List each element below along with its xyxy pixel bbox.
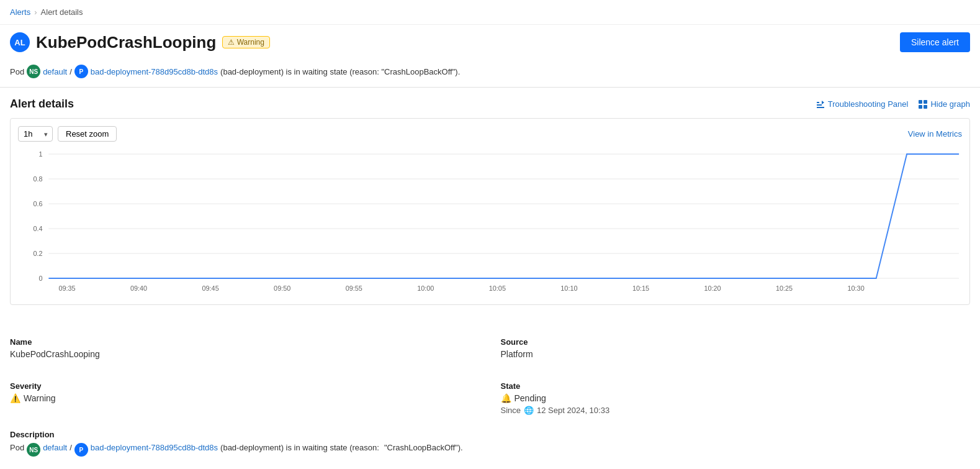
pod-name-link[interactable]: bad-deployment-788d95cd8b-dtd8s [91,67,218,76]
hide-graph-button[interactable]: Hide graph [918,99,970,109]
pod-badge: P [74,65,88,78]
hide-graph-label: Hide graph [930,99,970,109]
svg-text:09:55: 09:55 [346,285,362,292]
description-content: Pod NS default / P bad-deployment-788d95… [10,443,970,457]
since-row: Since 🌐 12 Sept 2024, 10:33 [501,406,971,415]
breadcrumb-current: Alert details [41,7,83,17]
namespace-badge: NS [27,65,40,78]
graph-container: 1h 3h 6h 12h 24h Reset zoom View in Metr… [10,118,970,305]
name-cell: Name KubePodCrashLooping [0,330,490,367]
state-text: Pending [515,393,546,403]
desc-sep: / [70,443,72,452]
alert-details-section: Alert details Troubleshooting Panel Hide… [0,88,980,315]
page-header: AL KubePodCrashLooping ⚠ Warning Silence… [0,25,980,60]
pod-suffix: (bad-deployment) is in waiting state (re… [220,67,460,76]
svg-text:10:10: 10:10 [560,285,577,292]
svg-text:10:15: 10:15 [632,285,649,292]
svg-text:0: 0 [38,275,42,282]
desc-p-badge-text: P [79,447,83,453]
troubleshooting-panel-button[interactable]: Troubleshooting Panel [816,99,909,109]
breadcrumb: Alerts › Alert details [0,0,980,25]
name-value: KubePodCrashLooping [10,349,480,359]
svg-text:09:45: 09:45 [202,285,219,292]
breadcrumb-alerts-link[interactable]: Alerts [10,7,30,17]
alert-avatar: AL [10,32,30,52]
svg-text:0.4: 0.4 [33,225,42,232]
alert-details-header: Alert details Troubleshooting Panel Hide… [10,98,970,111]
chart-area: 1 0.8 0.6 0.4 0.2 0 09:35 09:40 09:45 09… [18,148,962,297]
desc-namespace-badge: NS [27,443,40,457]
since-value: 12 Sept 2024, 10:33 [537,406,609,415]
breadcrumb-separator: › [34,7,37,17]
graph-toolbar-left: 1h 3h 6h 12h 24h Reset zoom [18,126,117,142]
state-value: 🔔 Pending [501,393,971,403]
desc-line3: "CrashLoopBackOff"). [384,443,463,452]
silence-alert-button[interactable]: Silence alert [900,32,970,52]
desc-pod-link[interactable]: bad-deployment-788d95cd8b-dtd8s [91,443,218,452]
severity-icon: ⚠️ [10,393,20,403]
svg-text:10:25: 10:25 [776,285,793,292]
desc-pod-prefix: Pod [10,443,24,452]
desc-namespace-link[interactable]: default [43,443,67,452]
source-value: Platform [501,349,971,359]
chart-svg: 1 0.8 0.6 0.4 0.2 0 09:35 09:40 09:45 09… [18,148,962,297]
severity-value: ⚠️ Warning [10,393,480,403]
desc-ns-badge-text: NS [29,447,38,453]
svg-text:0.2: 0.2 [33,250,42,257]
description-section: Description Pod NS default / P bad-deplo… [0,422,980,469]
graph-toolbar: 1h 3h 6h 12h 24h Reset zoom View in Metr… [18,126,962,142]
svg-rect-1 [924,100,927,104]
svg-text:09:40: 09:40 [130,285,147,292]
time-range-select[interactable]: 1h 3h 6h 12h 24h [18,126,53,142]
svg-text:10:20: 10:20 [704,285,721,292]
svg-text:09:50: 09:50 [274,285,290,292]
description-label: Description [10,430,970,439]
troubleshooting-icon [816,99,825,109]
alert-title: KubePodCrashLooping [36,33,216,52]
svg-rect-0 [919,100,922,104]
namespace-badge-text: NS [29,68,38,75]
severity-cell: Severity ⚠️ Warning [0,367,490,422]
header-left: AL KubePodCrashLooping ⚠ Warning [10,32,270,52]
globe-icon: 🌐 [524,406,534,415]
pod-separator: / [70,67,72,76]
hide-graph-icon [918,99,928,109]
severity-text: Warning [24,393,56,403]
troubleshooting-panel-label: Troubleshooting Panel [828,99,909,109]
source-cell: Source Platform [490,330,981,367]
source-label: Source [501,337,971,347]
desc-line2: (bad-deployment) is in waiting state (re… [220,443,379,452]
time-range-wrapper[interactable]: 1h 3h 6h 12h 24h [18,126,53,142]
alert-details-title: Alert details [10,98,74,111]
svg-text:09:35: 09:35 [58,285,75,292]
view-in-metrics-link[interactable]: View in Metrics [908,129,962,139]
state-label: State [501,381,971,391]
since-label: Since [501,406,521,415]
severity-badge-text: ⚠ Warning [228,38,264,47]
header-actions: Troubleshooting Panel Hide graph [816,99,970,109]
svg-text:0.8: 0.8 [33,175,42,183]
svg-text:10:05: 10:05 [489,285,506,292]
name-label: Name [10,337,480,347]
svg-rect-2 [919,105,922,109]
desc-pod-badge: P [74,443,88,457]
pod-prefix: Pod [10,67,24,76]
svg-text:10:00: 10:00 [417,285,434,292]
state-cell: State 🔔 Pending Since 🌐 12 Sept 2024, 10… [490,367,981,422]
svg-text:1: 1 [38,150,42,158]
namespace-link[interactable]: default [43,67,67,76]
severity-label: Severity [10,381,480,391]
svg-text:0.6: 0.6 [33,200,42,207]
bell-icon: 🔔 [501,393,511,403]
pod-description-line: Pod NS default / P bad-deployment-788d95… [0,60,980,88]
reset-zoom-button[interactable]: Reset zoom [58,126,117,142]
svg-text:10:30: 10:30 [848,285,865,292]
pod-badge-text: P [79,68,83,75]
details-grid: Name KubePodCrashLooping Source Platform… [0,330,980,422]
severity-badge: ⚠ Warning [222,36,270,48]
svg-rect-3 [924,105,927,109]
